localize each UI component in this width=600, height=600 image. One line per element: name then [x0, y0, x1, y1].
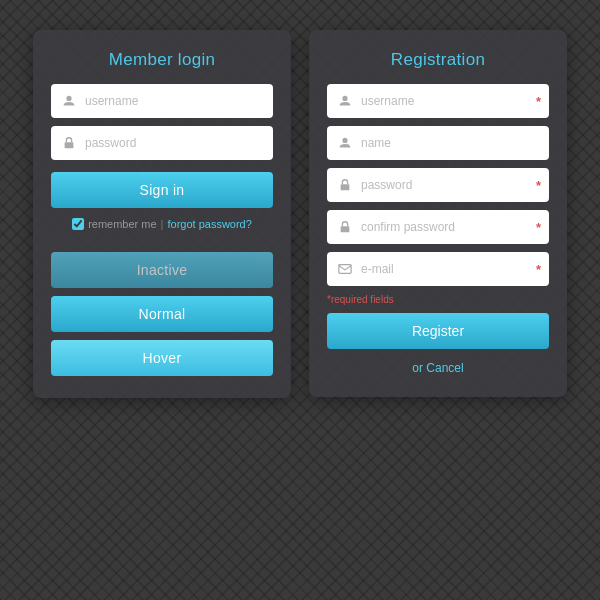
reg-name-field [327, 126, 549, 160]
required-note: *required fields [327, 294, 549, 305]
registration-title: Registration [327, 50, 549, 70]
reg-username-field: * [327, 84, 549, 118]
login-title: Member login [51, 50, 273, 70]
login-password-input[interactable] [51, 126, 273, 160]
login-password-field [51, 126, 273, 160]
signin-button[interactable]: Sign in [51, 172, 273, 208]
reg-email-field: * [327, 252, 549, 286]
username-required-star: * [536, 94, 541, 109]
register-button[interactable]: Register [327, 313, 549, 349]
confirm-required-star: * [536, 220, 541, 235]
cancel-link[interactable]: or Cancel [327, 361, 549, 375]
remember-label: remember me [88, 218, 156, 230]
reg-username-input[interactable] [327, 84, 549, 118]
email-required-star: * [536, 262, 541, 277]
login-username-input[interactable] [51, 84, 273, 118]
login-username-field [51, 84, 273, 118]
separator: | [161, 218, 164, 230]
registration-panel: Registration * * * * *required field [309, 30, 567, 397]
reg-name-input[interactable] [327, 126, 549, 160]
reg-password-input[interactable] [327, 168, 549, 202]
password-required-star: * [536, 178, 541, 193]
hover-button[interactable]: Hover [51, 340, 273, 376]
button-states-section: Inactive Normal Hover [51, 252, 273, 376]
forgot-password-link[interactable]: forgot password? [167, 218, 251, 230]
remember-row: remember me | forgot password? [51, 218, 273, 230]
inactive-button[interactable]: Inactive [51, 252, 273, 288]
remember-checkbox[interactable] [72, 218, 84, 230]
normal-button[interactable]: Normal [51, 296, 273, 332]
reg-password-field: * [327, 168, 549, 202]
reg-email-input[interactable] [327, 252, 549, 286]
login-panel: Member login Sign in remember me | forgo… [33, 30, 291, 398]
reg-confirm-input[interactable] [327, 210, 549, 244]
reg-confirm-field: * [327, 210, 549, 244]
